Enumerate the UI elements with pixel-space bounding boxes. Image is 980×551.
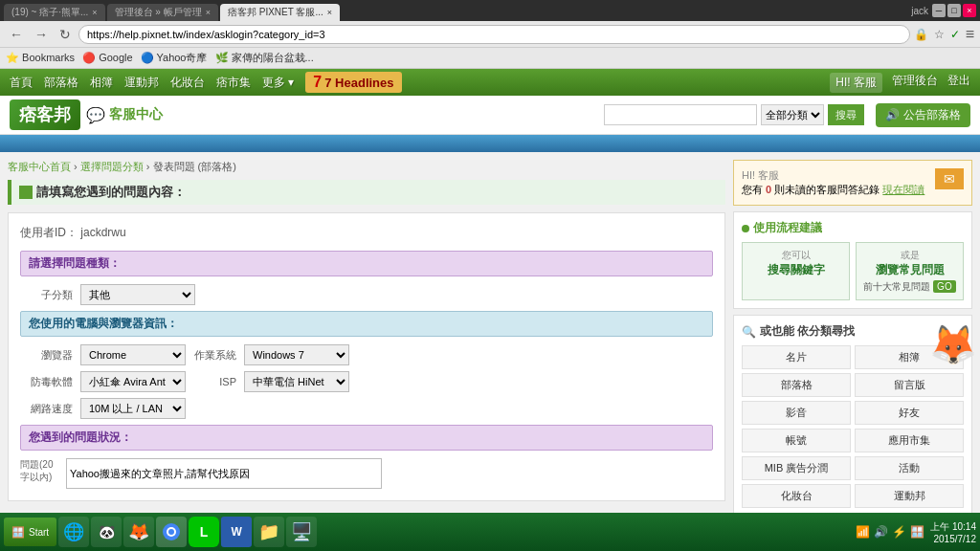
form-box: 使用者ID： jackdrwu 請選擇問題種類： 子分類 其他 您使用的電腦與瀏… <box>8 212 725 501</box>
star-icon[interactable]: ☆ <box>934 28 945 41</box>
cat-video[interactable]: 影音 <box>742 401 851 425</box>
topnav-logout[interactable]: 登出 <box>947 73 970 93</box>
maximize-button[interactable]: □ <box>947 4 961 17</box>
cat-events[interactable]: 活動 <box>855 456 964 480</box>
bookmark-google[interactable]: 🔴 Google <box>82 52 133 64</box>
cat-account[interactable]: 帳號 <box>742 429 851 452</box>
isp-select[interactable]: 中華電信 HiNet <box>244 371 349 392</box>
cat-namecard[interactable]: 名片 <box>742 345 851 369</box>
taskbar-right: 📶 🔊 ⚡ 🪟 上午 10:14 2015/7/12 <box>856 520 976 544</box>
topnav-home[interactable]: 首頁 <box>10 75 33 91</box>
os-select[interactable]: Windows 7 <box>244 344 349 365</box>
bookmarks-label: ⭐ Bookmarks <box>6 52 75 64</box>
breadcrumb: 客服中心首頁 › 選擇問題分類 › 發表問題 (部落格) <box>8 160 725 174</box>
announce-button[interactable]: 🔊 公告部落格 <box>876 103 970 127</box>
site-header: 痞客邦 💬 客服中心 全部分類 搜尋 🔊 公告部落格 <box>0 96 980 135</box>
cat-guestbook[interactable]: 留言版 <box>855 373 964 397</box>
service-icon: 💬 <box>86 106 105 124</box>
go-button[interactable]: GO <box>933 280 956 293</box>
tab-1-close[interactable]: × <box>92 8 97 17</box>
taskbar-line[interactable]: L <box>189 517 219 547</box>
window-controls: ─ □ × <box>932 4 976 17</box>
antivirus-select[interactable]: 小紅傘 Avira AntiVir <box>80 371 186 392</box>
flow-dot-icon <box>742 225 749 232</box>
antivirus-taskbar-icon: ⚡ <box>892 525 906 539</box>
search-category-select[interactable]: 全部分類 <box>761 104 824 125</box>
title-bar: (19) ~ 痞子·熊單... × 管理後台 » 帳戶管理 × 痞客邦 PIXN… <box>0 0 980 21</box>
network-icon: 📶 <box>856 525 870 539</box>
taskbar-folder[interactable]: 📁 <box>254 517 284 547</box>
greeting-box: HI! 客服 您有 0 則未讀的客服問答紀錄 現在閱讀 ✉ <box>733 160 972 206</box>
tab-2-close[interactable]: × <box>206 8 211 17</box>
greeting-link[interactable]: 現在閱讀 <box>882 184 924 195</box>
bookmark-other[interactable]: 🌿 家傳的陽台盆栽... <box>215 51 314 65</box>
flow-browse[interactable]: 或是 瀏覽常見問題 前十大常見問題 GO <box>856 242 964 300</box>
taskbar-app1[interactable]: 🐼 <box>91 517 122 547</box>
taskbar-firefox[interactable]: 🦊 <box>123 517 154 547</box>
header-search: 全部分類 搜尋 🔊 公告部落格 <box>604 103 970 127</box>
speed-select[interactable]: 10M 以上 / LAN <box>80 398 186 419</box>
breadcrumb-home[interactable]: 客服中心首頁 <box>8 161 71 172</box>
topnav-makeup[interactable]: 化妝台 <box>170 75 205 91</box>
antivirus-row: 防毒軟體 小紅傘 Avira AntiVir ISP 中華電信 HiNet <box>20 371 713 392</box>
topnav-market[interactable]: 痞市集 <box>216 75 251 91</box>
menu-icon[interactable]: ≡ <box>966 26 974 43</box>
problem-textarea-row: 問題(20字以內) <box>20 458 713 489</box>
start-button[interactable]: 🪟 Start <box>4 518 56 546</box>
check-icon: ✓ <box>950 28 960 41</box>
greeting-message: 您有 0 則未讀的客服問答紀錄 現在閱讀 <box>742 183 924 197</box>
topnav-sport[interactable]: 運動邦 <box>124 75 159 91</box>
search-input[interactable] <box>604 104 757 125</box>
taskbar-word[interactable]: W <box>221 517 252 547</box>
pixnet-logo[interactable]: 痞客邦 <box>10 99 80 130</box>
topnav-album[interactable]: 相簿 <box>90 75 113 91</box>
problem-section: 您遇到的問題狀況： <box>20 425 713 451</box>
cat-blog[interactable]: 部落格 <box>742 373 851 397</box>
envelope-icon: ✉ <box>935 168 964 189</box>
flow-search[interactable]: 您可以 搜尋關鍵字 <box>742 242 850 300</box>
bookmarks-bar: ⭐ Bookmarks 🔴 Google 🔵 Yahoo奇摩 🌿 家傳的陽台盆栽… <box>0 48 980 69</box>
volume-icon: 🔊 <box>874 525 888 539</box>
browser-select[interactable]: Chrome <box>80 344 186 365</box>
subcategory-select[interactable]: 其他 <box>80 284 195 305</box>
cat-sport[interactable]: 運動邦 <box>855 484 964 508</box>
seven-headlines[interactable]: 7 7 Headlines <box>305 72 401 93</box>
topnav-admin[interactable]: 管理後台 <box>892 73 938 93</box>
taskbar-chrome[interactable] <box>156 517 187 547</box>
cat-mib[interactable]: MIB 廣告分潤 <box>742 456 851 480</box>
flow-section: 使用流程建議 您可以 搜尋關鍵字 或是 瀏覽常見問題 前十大常見問題 GO <box>733 211 972 309</box>
taskbar-computer[interactable]: 🖥️ <box>286 517 317 547</box>
section-title: 請填寫您遇到的問題內容： <box>8 180 725 205</box>
subcategory-row: 子分類 其他 <box>20 284 713 305</box>
search-button[interactable]: 搜尋 <box>828 104 864 125</box>
taskbar-clock: 上午 10:14 2015/7/12 <box>930 520 976 544</box>
minimize-button[interactable]: ─ <box>932 4 946 17</box>
breadcrumb-category[interactable]: 選擇問題分類 <box>80 161 144 172</box>
bookmark-yahoo[interactable]: 🔵 Yahoo奇摩 <box>141 51 208 65</box>
problem-side-label: 問題(20字以內) <box>20 458 58 489</box>
forward-button[interactable]: → <box>31 25 52 44</box>
main-content: 客服中心首頁 › 選擇問題分類 › 發表問題 (部落格) 請填寫您遇到的問題內容… <box>0 152 980 513</box>
browser-chrome: (19) ~ 痞子·熊單... × 管理後台 » 帳戶管理 × 痞客邦 PIXN… <box>0 0 980 69</box>
topnav-service[interactable]: HI! 客服 <box>830 73 882 93</box>
tab-3[interactable]: 痞客邦 PIXNET 客服... × <box>220 4 340 21</box>
blue-bar <box>0 135 980 152</box>
tab-1[interactable]: (19) ~ 痞子·熊單... × <box>4 4 105 21</box>
category-icon: 🔍 <box>742 325 756 339</box>
tab-3-close[interactable]: × <box>327 8 332 17</box>
tab-2[interactable]: 管理後台 » 帳戶管理 × <box>107 4 218 21</box>
flow-options: 您可以 搜尋關鍵字 或是 瀏覽常見問題 前十大常見問題 GO <box>742 242 964 300</box>
refresh-button[interactable]: ↻ <box>56 25 75 44</box>
close-button[interactable]: × <box>963 4 976 17</box>
topnav-more[interactable]: 更多 ▾ <box>262 75 294 91</box>
problem-input[interactable] <box>66 458 382 489</box>
cat-friends[interactable]: 好友 <box>855 401 964 425</box>
speed-label: 網路速度 <box>20 402 73 416</box>
cat-makeup[interactable]: 化妝台 <box>742 484 851 508</box>
back-button[interactable]: ← <box>6 25 27 44</box>
category-grid: 名片 相簿 部落格 留言版 影音 好友 帳號 應用市集 MIB 廣告分潤 活動 … <box>742 345 964 508</box>
taskbar-ie[interactable]: 🌐 <box>58 517 89 547</box>
address-bar[interactable] <box>78 25 910 44</box>
cat-appmarket[interactable]: 應用市集 <box>855 429 964 452</box>
topnav-blog[interactable]: 部落格 <box>44 75 78 91</box>
